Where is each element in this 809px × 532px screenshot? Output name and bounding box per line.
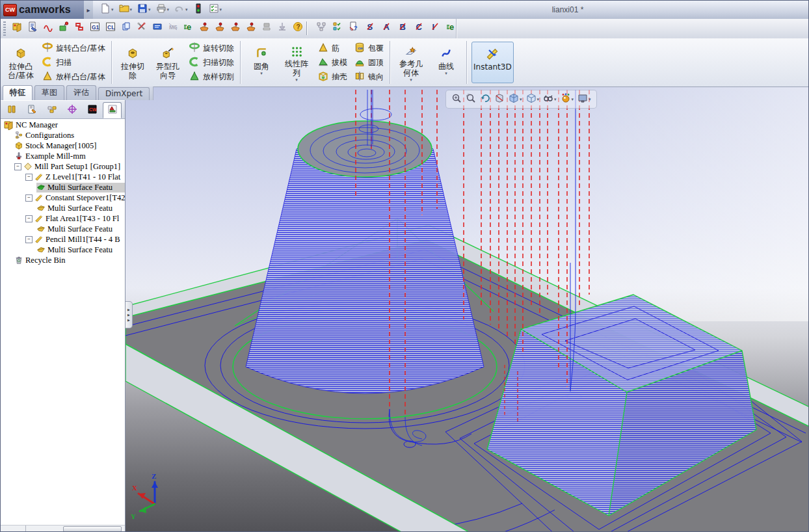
dropdown-arrow-icon[interactable]: ▾	[130, 7, 133, 12]
ribbon-button-revolve-boss[interactable]: 旋转凸台/基体	[40, 42, 107, 55]
property-manager-tab[interactable]	[22, 102, 41, 118]
copy-papers-button[interactable]	[119, 21, 133, 35]
panel-flyout-handle[interactable]: ▶ ▶ ▶	[126, 301, 133, 328]
message-board-button[interactable]	[150, 21, 165, 35]
help-button[interactable]: ?	[291, 21, 305, 35]
insert-tool-button[interactable]	[57, 21, 71, 35]
tree-expander[interactable]: −	[25, 236, 33, 243]
dropdown-arrow-icon[interactable]: ▾	[537, 97, 540, 102]
apply-scene-button[interactable]: ▾	[576, 92, 592, 107]
dropdown-arrow-icon[interactable]: ▾	[554, 97, 557, 102]
tree-item[interactable]: Recycle Bin	[1, 255, 125, 265]
configuration-manager-tab[interactable]	[42, 102, 61, 118]
tree-item[interactable]: −Constant Stepover1[T42	[1, 193, 125, 203]
tree-item[interactable]: −Pencil Mill1[T44 - 4 B	[1, 234, 125, 245]
zoom-area-button[interactable]	[464, 92, 477, 107]
pin-mill-3-button[interactable]	[228, 21, 243, 35]
pin-mill-1-button[interactable]	[197, 21, 211, 35]
dropdown-arrow-icon[interactable]: ▾	[410, 77, 412, 83]
tree-item[interactable]: −Flat Area1[T43 - 10 Fl	[1, 213, 125, 224]
tree-item[interactable]: Example Mill-mm	[1, 151, 125, 161]
g1-post-button[interactable]: G1	[88, 21, 102, 35]
edit-appearance-button[interactable]: ▾	[559, 92, 576, 107]
tab-特征[interactable]: 特征	[3, 85, 33, 100]
ribbon-button-hole-wizard[interactable]: ✦异型孔 向导	[152, 42, 184, 83]
ribbon-button-curves[interactable]: 曲线▾	[430, 42, 462, 83]
stamp-disabled-button[interactable]	[259, 21, 274, 35]
ribbon-button-revolve-cut[interactable]: 旋转切除	[187, 42, 236, 55]
tab-DimXpert[interactable]: DimXpert	[98, 87, 150, 100]
machine-sim-disabled-button[interactable]: M5	[166, 21, 180, 35]
ribbon-button-wrap[interactable]: cw包覆	[352, 42, 386, 55]
tab-草图[interactable]: 草图	[34, 85, 64, 100]
dropdown-arrow-icon[interactable]: ▾	[445, 71, 447, 76]
tree-item[interactable]: Configurations	[1, 130, 125, 140]
pin-mill-4-button[interactable]	[244, 21, 258, 35]
tree-horizontal-scrollbar[interactable]	[1, 525, 125, 531]
dropdown-arrow-icon[interactable]: ▾	[520, 97, 522, 102]
print-button[interactable]: ▾	[154, 2, 172, 18]
camworks-feature-tree-tab[interactable]: CW	[83, 102, 101, 118]
view-previous-button[interactable]	[479, 92, 492, 107]
hide-show-items-button[interactable]: ▾	[542, 92, 558, 107]
dropdown-arrow-icon[interactable]: ▾	[220, 7, 222, 12]
toolpath-button[interactable]	[41, 21, 55, 35]
dropdown-arrow-icon[interactable]: ▾	[148, 7, 151, 12]
dropdown-arrow-icon[interactable]: ▾	[185, 7, 188, 12]
pin-mill-2-button[interactable]	[213, 21, 227, 35]
tree-item[interactable]: Multi Surface Featu	[1, 245, 125, 255]
ribbon-button-sweep[interactable]: 扫描	[40, 56, 107, 70]
ribbon-button-loft-cut[interactable]: 放样切割	[187, 70, 236, 84]
dimxpert-manager-tab[interactable]	[62, 102, 81, 118]
letter-s-button[interactable]: S	[363, 21, 377, 35]
tree-expander[interactable]: −	[25, 194, 33, 202]
graphics-viewport[interactable]: Z X Y ▾▾▾▾▾ ▶ ▶ ▶	[126, 87, 809, 532]
letter-b-button[interactable]: B	[395, 21, 410, 35]
dropdown-arrow-icon[interactable]: ▾	[295, 77, 298, 83]
ribbon-button-rib[interactable]: 筋	[315, 42, 349, 55]
dropdown-arrow-icon[interactable]: ▾	[589, 97, 591, 102]
ribbon-button-fillet[interactable]: 圆角▾	[245, 42, 278, 83]
tree-item[interactable]: Stock Manager[1005]	[1, 140, 125, 151]
tab-评估[interactable]: 评估	[66, 85, 96, 100]
speed-e-button[interactable]: e	[181, 21, 196, 35]
doc-question-button[interactable]: ?	[347, 21, 361, 35]
view-orientation-button[interactable]: ▾	[507, 92, 524, 107]
dropdown-arrow-icon[interactable]: ▾	[111, 7, 114, 12]
letter-c-button[interactable]: C	[412, 21, 426, 35]
logo-arrow-icon[interactable]: ▸	[84, 1, 93, 19]
probe-disabled-button[interactable]	[275, 21, 289, 35]
ribbon-button-shell[interactable]: 抽壳	[315, 70, 349, 84]
tree-item[interactable]: −Mill Part Setup1 [Group1]	[1, 161, 125, 172]
ribbon-button-mirror[interactable]: 镜向	[352, 70, 386, 84]
ribbon-button-reference-geometry[interactable]: 参考几 何体▾	[395, 42, 427, 83]
chain-button[interactable]	[72, 21, 86, 35]
tree-item[interactable]: Multi Surface Featu	[1, 182, 125, 193]
section-view-button[interactable]	[493, 92, 506, 107]
tree-item[interactable]: Multi Surface Featu	[1, 224, 125, 234]
dropdown-arrow-icon[interactable]: ▾	[572, 97, 574, 102]
tree-item[interactable]: −Z Level1[T41 - 10 Flat	[1, 172, 125, 182]
ribbon-button-dome[interactable]: 圆顶	[352, 56, 386, 70]
ribbon-button-instant3d[interactable]: Instant3D	[471, 42, 514, 83]
dropdown-arrow-icon[interactable]: ▾	[260, 71, 263, 76]
tree-item[interactable]: NC Manager	[1, 120, 125, 130]
verify-options-button[interactable]	[330, 21, 345, 35]
tree-item[interactable]: Multi Surface Featu	[1, 203, 125, 213]
checklist-button[interactable]: ▾	[207, 2, 224, 18]
cam-document-button[interactable]	[25, 21, 40, 35]
tree-expander[interactable]: −	[25, 215, 33, 222]
toolbar-grip[interactable]	[3, 21, 6, 36]
save-button[interactable]: ▾	[135, 2, 153, 18]
letter-a-button[interactable]: A	[379, 21, 393, 35]
tree-expander[interactable]: −	[25, 174, 33, 181]
ribbon-button-linear-pattern[interactable]: 线性阵 列▾	[280, 42, 313, 83]
tools-button[interactable]	[135, 21, 149, 35]
tree-expander[interactable]: −	[14, 163, 21, 170]
open-button[interactable]: ▾	[117, 2, 135, 18]
flowchart-button[interactable]	[314, 21, 328, 35]
dropdown-arrow-icon[interactable]: ▾	[167, 7, 170, 12]
ribbon-button-draft[interactable]: 拔模	[315, 56, 349, 70]
cl-file-button[interactable]: CL	[103, 21, 118, 35]
ribbon-button-sweep-cut[interactable]: 扫描切除	[187, 56, 236, 70]
